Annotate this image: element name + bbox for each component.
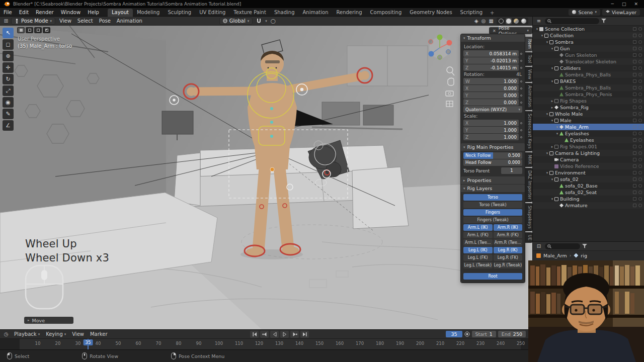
scale-y-field[interactable]: Y1.000 [463, 127, 519, 133]
render-toggle[interactable] [638, 60, 642, 63]
scale-x-keyframe-dot[interactable] [520, 122, 522, 124]
visibility-toggle[interactable] [633, 197, 636, 201]
rig-layer-arm-l-ik-button[interactable]: Arm.L (IK) [463, 224, 493, 231]
render-toggle[interactable] [638, 99, 642, 103]
visibility-toggle[interactable] [633, 145, 636, 148]
orientation-dropdown[interactable]: Global ▾ [219, 18, 253, 25]
outliner-item-camera-lighting[interactable]: ▾Camera & Lighting [533, 150, 644, 156]
workspace-tab-rendering[interactable]: Rendering [332, 9, 366, 17]
render-toggle[interactable] [638, 73, 642, 76]
render-toggle[interactable] [638, 53, 642, 57]
rig-layer-leg-r-fk-button[interactable]: Leg.R (FK) [494, 254, 523, 261]
visibility-toggle[interactable] [633, 132, 636, 135]
rig-layers-header[interactable]: ▾ Rig Layers [461, 185, 525, 192]
rotation-y-keyframe-dot[interactable] [520, 95, 522, 97]
rig-layer-arm-r-twe-button[interactable]: Arm.R (Twe... [494, 239, 523, 246]
filter-icon[interactable] [601, 19, 606, 23]
visibility-toggle[interactable] [633, 93, 636, 96]
properties-editor-icon[interactable]: ⊟ [535, 243, 543, 249]
visibility-toggle[interactable] [633, 27, 636, 31]
scale-y-keyframe-dot[interactable] [520, 129, 522, 131]
view-layer-selector[interactable]: ViewLayer [602, 9, 640, 16]
next-keyframe-button[interactable] [290, 331, 299, 338]
outliner-item-colliders[interactable]: ▾Colliders [533, 65, 644, 71]
outliner-item-sofa-02[interactable]: ▾sofa_02 [533, 176, 644, 183]
render-toggle[interactable] [638, 197, 642, 201]
sidebar-tab-ue[interactable]: UE [525, 232, 532, 243]
outliner-item-collection[interactable]: ▾Collection [533, 32, 644, 39]
current-frame-field[interactable]: 35 [446, 331, 462, 337]
tool-annotate-button[interactable]: ✎ [3, 109, 14, 119]
minimize-button[interactable]: ─ [611, 2, 614, 7]
disclosure-caret[interactable]: ▸ [550, 145, 554, 149]
close-button[interactable]: ✕ [634, 2, 638, 7]
visibility-toggle[interactable] [633, 73, 636, 76]
snap-magnet-icon[interactable] [256, 18, 262, 24]
visibility-toggle[interactable] [633, 34, 636, 37]
disclosure-caret[interactable]: ▾ [555, 125, 559, 129]
disclosure-caret[interactable]: ▾ [555, 132, 559, 136]
rig-layer-leg-r-tweak-button[interactable]: Leg.R (Tweak) [494, 262, 523, 268]
outliner-item-bakes[interactable]: ▾BAKES [533, 78, 644, 84]
properties-panel-header[interactable]: ▸ Properties [461, 176, 525, 184]
filter-icon[interactable] [582, 244, 587, 248]
rig-layer-root-button[interactable]: Root [463, 273, 522, 280]
viewport-menu-animation[interactable]: Animation [114, 18, 145, 24]
render-toggle[interactable] [638, 138, 642, 142]
disclosure-caret[interactable]: ▾ [545, 171, 549, 175]
render-toggle[interactable] [638, 27, 642, 31]
rotation-w-keyframe-dot[interactable] [520, 80, 522, 82]
mode-dropdown[interactable]: Pose Mode ▾ [11, 18, 55, 25]
rig-layer-fingers-button[interactable]: Fingers [463, 209, 522, 216]
outliner-item-rig-shapes[interactable]: ▸Rig Shapes [533, 98, 644, 104]
outliner-item-gun[interactable]: ▾Gun [533, 45, 644, 52]
visibility-toggle[interactable] [633, 125, 636, 129]
rotation-mode-dropdown[interactable]: Quaternion (WXYZ) ▾ [463, 106, 522, 113]
sidebar-tab-view[interactable]: View [525, 67, 532, 82]
tool-measure-button[interactable]: ∠ [3, 120, 14, 131]
rotation-z-field[interactable]: Z0.000 [463, 99, 519, 106]
pose-options-dropdown[interactable]: ✕ Pose Options ▾ [489, 27, 532, 34]
sidebar-tab-animation[interactable]: Animation [525, 83, 532, 110]
select-mode-new-button[interactable] [17, 27, 25, 33]
outliner-search-input[interactable] [545, 18, 599, 24]
rotation-y-field[interactable]: Y0.000 [463, 92, 519, 99]
rotation-x-field[interactable]: X0.000 [463, 85, 519, 92]
rig-layer-arm-l-fk-button[interactable]: Arm.L (FK) [463, 232, 493, 238]
location-z-keyframe-dot[interactable] [520, 67, 522, 69]
render-toggle[interactable] [638, 184, 642, 188]
render-toggle[interactable] [638, 164, 642, 168]
overlays-toggle-icon[interactable]: ◎ [481, 18, 486, 24]
location-x-field[interactable]: X0.058314 m [463, 50, 519, 57]
workspace-tab-compositing[interactable]: Compositing [366, 9, 406, 17]
select-mode-invert-button[interactable] [43, 27, 50, 33]
material-shading-button[interactable] [513, 18, 519, 24]
outliner-editor-icon[interactable]: ≡ [535, 18, 543, 24]
rig-layer-torso-tweak-button[interactable]: Torso (Tweak) [463, 202, 522, 208]
visibility-toggle[interactable] [633, 60, 636, 63]
render-toggle[interactable] [638, 47, 642, 50]
tool-rotate-button[interactable]: ↻ [3, 74, 14, 84]
sidebar-tab-screencast-keys[interactable]: Screencast Keys [525, 111, 532, 151]
workspace-add-button[interactable]: + [487, 9, 498, 17]
outliner-item-sombra[interactable]: ▾Sombra [533, 39, 644, 45]
render-toggle[interactable] [638, 204, 642, 207]
visibility-toggle[interactable] [633, 47, 636, 50]
outliner-item-translocator-skeleton[interactable]: Translocator Skeleton [533, 58, 644, 65]
render-toggle[interactable] [638, 151, 642, 155]
viewport-menu-pose[interactable]: Pose [96, 18, 114, 24]
jump-to-end-button[interactable] [300, 331, 309, 338]
render-toggle[interactable] [638, 112, 642, 116]
disclosure-caret[interactable]: ▾ [550, 177, 554, 182]
sidebar-tab-item[interactable]: Item [525, 37, 532, 51]
select-mode-extend-button[interactable] [26, 27, 33, 33]
render-toggle[interactable] [638, 177, 642, 181]
slider-neck-follow[interactable]: Neck Follow0.500 [463, 152, 522, 159]
outliner-item-sofa-02-base[interactable]: sofa_02_Base [533, 183, 644, 189]
torso-parent-field[interactable]: 1 [501, 167, 522, 174]
rig-layer-leg-r-ik-button[interactable]: Leg.R (IK) [494, 247, 523, 253]
render-toggle[interactable] [638, 171, 642, 174]
render-toggle[interactable] [638, 145, 642, 148]
outliner-item-building[interactable]: ▾Building [533, 196, 644, 202]
tool-select-box-button[interactable]: ◻ [3, 39, 14, 50]
